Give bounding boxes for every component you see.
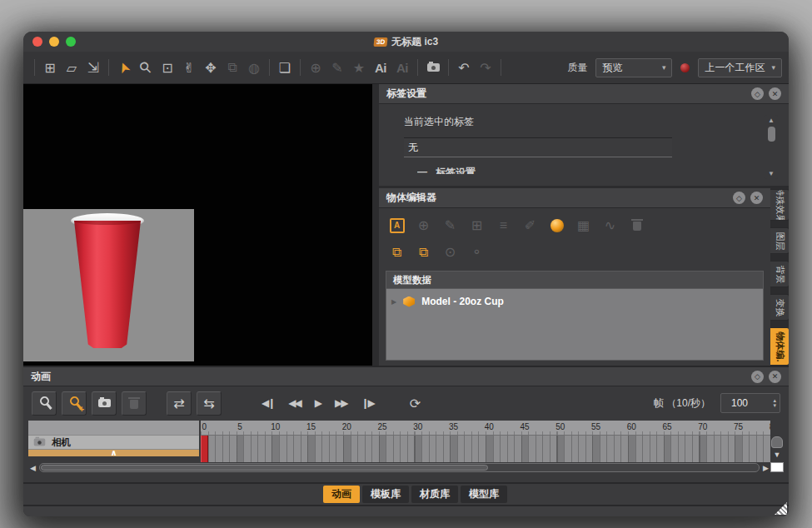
vertical-splitter[interactable] <box>372 84 379 366</box>
ruler-tick-label: 15 <box>306 422 316 431</box>
snapshot-camera-icon[interactable] <box>422 57 444 78</box>
bottom-tab-3[interactable]: 材质库 <box>411 486 458 503</box>
side-tab-1[interactable]: 特殊效果 <box>770 189 789 221</box>
bottom-tab-1[interactable]: 动画 <box>323 486 360 503</box>
red-cup-model[interactable] <box>71 213 144 350</box>
play-icon[interactable]: ▶ <box>315 397 321 409</box>
scroll-thumb[interactable] <box>41 465 488 471</box>
scroll-track[interactable] <box>39 463 760 472</box>
timeline-frames[interactable]: 05101520253035404550556065707580 <box>201 421 770 462</box>
side-tab-4[interactable]: 变换 <box>770 294 789 321</box>
scroll-thumb[interactable] <box>768 127 775 142</box>
ai-import-icon[interactable]: Ai <box>370 57 391 78</box>
fast-forward-icon[interactable]: ▶▶ <box>335 397 346 409</box>
minimize-window-button[interactable] <box>49 37 59 47</box>
track-row-partial[interactable]: ∧ <box>28 449 199 456</box>
panel-scrollbar[interactable]: ▲ ▼ <box>765 115 778 179</box>
timeline-ruler[interactable]: 05101520253035404550556065707580 <box>201 421 770 436</box>
workspace-dropdown[interactable]: 上一个工作区 ▾ <box>698 58 782 77</box>
status-bar <box>23 505 789 516</box>
loop-mode-icon[interactable]: ⇄ <box>167 391 192 416</box>
snapshot-camera-icon[interactable] <box>92 391 117 416</box>
close-window-button[interactable] <box>32 37 42 47</box>
current-label-caption: 当前选中的标签 <box>404 115 789 129</box>
add-key-icon[interactable]: + <box>62 391 87 416</box>
new-document-icon[interactable]: ⊞ <box>39 57 61 78</box>
chevron-down-icon: ▾ <box>771 63 775 72</box>
spinner-arrows[interactable]: ▴ ▾ <box>773 394 776 412</box>
side-tab-2[interactable]: 图层 <box>770 227 789 254</box>
bottom-tab-4[interactable]: 模型库 <box>461 486 507 503</box>
prev-frame-icon[interactable]: ◀❙ <box>262 397 274 409</box>
ruler-tick-label: 80 <box>770 422 770 431</box>
ruler-tick-label: 0 <box>202 422 207 431</box>
float-panel-icon[interactable]: ◇ <box>751 87 764 100</box>
frame-grid[interactable] <box>201 435 770 462</box>
track-row[interactable]: 相机 <box>28 435 199 449</box>
titlebar[interactable]: 3D 无标题 ic3 <box>23 32 789 52</box>
pan-hand-icon[interactable]: ✌ <box>178 57 200 78</box>
timeline-hscrollbar[interactable]: ◀ ▶ <box>28 462 770 472</box>
frame-count-spinbox[interactable]: 100 ▴ ▾ <box>720 393 780 413</box>
material-sphere-icon[interactable] <box>547 216 566 235</box>
select-tool-icon[interactable]: ➤ <box>113 57 135 78</box>
open-folder-icon[interactable]: ▱ <box>61 57 82 78</box>
label-settings-header[interactable]: 标签设置 ◇ ✕ <box>379 84 789 104</box>
viewport-3d[interactable] <box>23 84 372 366</box>
pingpong-mode-icon[interactable]: ⇆ <box>197 391 222 416</box>
model-tree-row[interactable]: ▶Model - 20oz Cup <box>386 293 763 310</box>
object-editor-panel: 物体编辑器 ◇ ✕ A⊕✎⊞≡✐▦∿ ⧉⧉⊙⚬ 模型数据 <box>379 188 770 366</box>
scroll-down-icon[interactable]: ▼ <box>774 451 781 459</box>
zoom-window-button[interactable] <box>66 37 76 47</box>
artwork-frame-icon: ⊞ <box>467 216 486 235</box>
close-panel-icon[interactable]: ✕ <box>769 371 781 383</box>
edit-label-tool-icon: ✎ <box>326 57 348 78</box>
panel-title: 动画 <box>31 370 51 384</box>
paint-material-icon: ✐ <box>521 216 540 235</box>
scroll-up-icon[interactable]: ▲ <box>768 117 775 124</box>
undo-icon[interactable]: ↶ <box>453 57 475 78</box>
timeline-vscrollbar[interactable]: ▼ <box>770 421 784 462</box>
app-window: 3D 无标题 ic3 ⊞▱⇲➤⚲⊡✌✥⧉◍❏⊕✎★AiAi↶↷ 质量 预览 ▾ … <box>23 32 789 516</box>
close-panel-icon[interactable]: ✕ <box>769 87 781 100</box>
save-file-icon[interactable]: ⇲ <box>82 57 104 78</box>
close-panel-icon[interactable]: ✕ <box>750 192 763 204</box>
chevron-down-icon: ▾ <box>662 63 666 72</box>
quality-dropdown[interactable]: 预览 ▾ <box>595 58 672 77</box>
record-indicator-icon[interactable] <box>680 63 690 72</box>
animation-header[interactable]: 动画 ◇ ✕ <box>23 367 789 386</box>
next-frame-icon[interactable]: ❙▶ <box>361 397 373 409</box>
spin-down-icon[interactable]: ▾ <box>773 403 776 408</box>
repeat-icon[interactable]: ⟳ <box>410 396 421 411</box>
object-editor-header[interactable]: 物体编辑器 ◇ ✕ <box>379 188 770 208</box>
add-label-tool-icon: ⊕ <box>305 57 326 78</box>
zoom-region-icon[interactable]: ⊡ <box>157 57 178 78</box>
scroll-down-icon[interactable]: ▼ <box>768 170 775 177</box>
tree-expand-icon[interactable]: ▶ <box>391 298 396 306</box>
curve-tool-icon: ∿ <box>600 216 620 235</box>
move-tool-icon[interactable]: ✥ <box>200 57 222 78</box>
camera-icon <box>34 439 46 446</box>
scroll-right-icon[interactable]: ▶ <box>763 464 769 472</box>
key-icon[interactable] <box>32 391 57 416</box>
collapsed-section-header[interactable]: — 标签设置 <box>417 166 789 174</box>
float-panel-icon[interactable]: ◇ <box>733 192 745 204</box>
scroll-thumb[interactable] <box>771 436 783 448</box>
resize-grip-icon[interactable] <box>775 502 787 515</box>
rewind-icon[interactable]: ◀◀ <box>288 397 300 409</box>
current-label-field[interactable] <box>404 137 672 157</box>
ruler-tick-label: 30 <box>413 422 422 431</box>
section-title: 标签设置 <box>436 166 476 174</box>
copy-object-icon[interactable]: ⧉ <box>387 242 406 262</box>
duplicate-object-icon[interactable]: ⧉ <box>414 242 433 262</box>
delete-key-icon <box>122 391 147 416</box>
zoom-tool-icon[interactable]: ⚲ <box>135 57 157 78</box>
side-tab-5[interactable]: 物体编. <box>770 327 789 366</box>
side-tab-3[interactable]: 背景 <box>770 261 789 287</box>
artwork-text-icon[interactable]: A <box>387 216 406 235</box>
main-toolbar: ⊞▱⇲➤⚲⊡✌✥⧉◍❏⊕✎★AiAi↶↷ 质量 预览 ▾ 上一个工作区 ▾ <box>23 52 789 84</box>
scroll-left-icon[interactable]: ◀ <box>30 464 36 472</box>
fit-view-icon[interactable]: ❏ <box>274 57 296 78</box>
bottom-tab-2[interactable]: 模板库 <box>362 486 409 503</box>
float-panel-icon[interactable]: ◇ <box>751 371 764 383</box>
